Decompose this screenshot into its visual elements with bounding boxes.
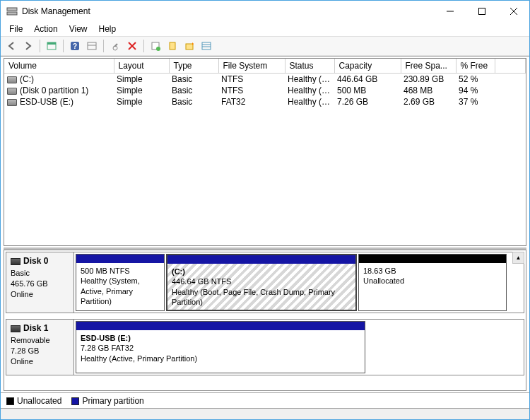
- legend-primary: Primary partition: [71, 396, 143, 406]
- volume-icon: [7, 76, 17, 83]
- disk-row[interactable]: Disk 0Basic465.76 GBOnline500 MB NTFSHea…: [6, 252, 524, 313]
- wizard-button[interactable]: [182, 38, 197, 54]
- col-status[interactable]: Status: [285, 59, 334, 74]
- disk-header[interactable]: Disk 1Removable7.28 GBOnline: [6, 320, 74, 375]
- toolbar: ?: [1, 36, 529, 56]
- titlebar: Disk Management: [1, 1, 529, 22]
- svg-rect-10: [88, 42, 96, 49]
- disk-header[interactable]: Disk 0Basic465.76 GBOnline: [6, 252, 74, 313]
- properties-button[interactable]: [148, 38, 163, 54]
- settings-button[interactable]: [84, 38, 100, 54]
- menu-file[interactable]: File: [4, 23, 28, 35]
- col-freespace[interactable]: Free Spa...: [401, 59, 456, 74]
- svg-text:?: ?: [73, 42, 77, 50]
- col-capacity[interactable]: Capacity: [334, 59, 401, 74]
- disk-partitions: 500 MB NTFSHealthy (System, Active, Prim…: [74, 252, 524, 313]
- partition[interactable]: 500 MB NTFSHealthy (System, Active, Prim…: [76, 254, 165, 311]
- table-row[interactable]: (Disk 0 partition 1)SimpleBasicNTFSHealt…: [4, 85, 526, 96]
- close-button[interactable]: [497, 1, 529, 22]
- disk-icon: [11, 258, 20, 265]
- show-hide-console-button[interactable]: [44, 38, 59, 54]
- app-icon: [6, 6, 18, 17]
- minimize-button[interactable]: [434, 1, 466, 22]
- disk-icon: [11, 325, 20, 332]
- disk-partitions: ESD-USB (E:)7.28 GB FAT32Healthy (Active…: [74, 320, 524, 375]
- status-bar: [1, 408, 529, 419]
- volume-table[interactable]: Volume Layout Type File System Status Ca…: [4, 59, 526, 107]
- partition[interactable]: (C:)446.64 GB NTFSHealthy (Boot, Page Fi…: [166, 254, 357, 311]
- disk-graphical-pane[interactable]: ▲ Disk 0Basic465.76 GBOnline500 MB NTFSH…: [4, 250, 526, 391]
- svg-point-17: [156, 47, 160, 51]
- svg-line-13: [114, 44, 117, 47]
- refresh-button[interactable]: [107, 38, 123, 54]
- volume-icon: [7, 99, 17, 106]
- svg-rect-0: [7, 8, 17, 11]
- volume-list-pane[interactable]: Volume Layout Type File System Status Ca…: [4, 58, 526, 246]
- content-area: Volume Layout Type File System Status Ca…: [1, 56, 529, 392]
- menubar: File Action View Help: [1, 22, 529, 36]
- svg-rect-20: [202, 42, 211, 49]
- table-header-row[interactable]: Volume Layout Type File System Status Ca…: [4, 59, 526, 74]
- menu-help[interactable]: Help: [93, 23, 122, 35]
- table-row[interactable]: (C:)SimpleBasicNTFSHealthy (B...446.64 G…: [4, 74, 526, 86]
- disk-row[interactable]: Disk 1Removable7.28 GBOnlineESD-USB (E:)…: [6, 319, 524, 375]
- new-button[interactable]: [165, 38, 180, 54]
- col-filesystem[interactable]: File System: [218, 59, 285, 74]
- col-pctfree[interactable]: % Free: [456, 59, 495, 74]
- list-button[interactable]: [199, 38, 214, 54]
- svg-rect-1: [7, 12, 17, 15]
- svg-rect-7: [47, 42, 56, 45]
- legend-bar: Unallocated Primary partition: [1, 392, 529, 408]
- menu-action[interactable]: Action: [28, 23, 63, 35]
- col-volume[interactable]: Volume: [4, 59, 114, 74]
- legend-unallocated: Unallocated: [6, 396, 61, 406]
- menu-view[interactable]: View: [64, 23, 93, 35]
- volume-icon: [7, 88, 17, 95]
- col-type[interactable]: Type: [169, 59, 218, 74]
- table-row[interactable]: ESD-USB (E:)SimpleBasicFAT32Healthy (A..…: [4, 96, 526, 107]
- maximize-button[interactable]: [466, 1, 497, 22]
- delete-button[interactable]: [124, 38, 140, 54]
- svg-rect-3: [478, 8, 485, 15]
- back-button[interactable]: [4, 38, 19, 54]
- svg-rect-19: [186, 44, 193, 49]
- svg-rect-18: [170, 42, 175, 49]
- help-button[interactable]: ?: [67, 38, 83, 54]
- partition[interactable]: ESD-USB (E:)7.28 GB FAT32Healthy (Active…: [76, 321, 365, 373]
- window-title: Disk Management: [22, 6, 434, 16]
- partition-unallocated[interactable]: 18.63 GBUnallocated: [358, 254, 507, 311]
- forward-button[interactable]: [20, 38, 36, 54]
- col-layout[interactable]: Layout: [114, 59, 169, 74]
